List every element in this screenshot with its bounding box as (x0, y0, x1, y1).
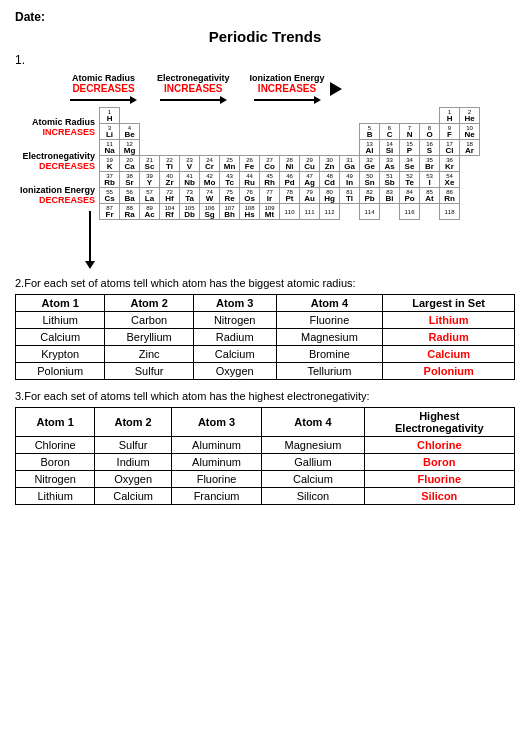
q3-col1-header: Atom 1 (16, 408, 95, 437)
q3-col4-header: Atom 4 (262, 408, 364, 437)
table-row: BoronIndiumAluminumGalliumBoron (16, 454, 515, 471)
table-row: ChlorineSulfurAluminumMagnesiumChlorine (16, 437, 515, 454)
q2-col2-header: Atom 2 (105, 295, 193, 312)
q2-col3-header: Atom 3 (193, 295, 276, 312)
en-left-label: Electronegativity DECREASES (22, 151, 95, 171)
top-trend-arrows: Atomic Radius DECREASES Electronegativit… (70, 73, 515, 104)
table-row: LithiumCalciumFranciumSiliconSilicon (16, 488, 515, 505)
ar-left-label: Atomic Radius INCREASES (32, 117, 95, 137)
periodic-table: 1H 1H 2He 3Li 4Be 5B 6C 7N (99, 107, 480, 220)
question-2: 2.For each set of atoms tell which atom … (15, 277, 515, 380)
q3-col3-header: Atom 3 (171, 408, 261, 437)
table-row: KryptonZincCalciumBromineCalcium (16, 346, 515, 363)
question-2-text: 2.For each set of atoms tell which atom … (15, 277, 515, 289)
question-2-table: Atom 1 Atom 2 Atom 3 Atom 4 Largest in S… (15, 294, 515, 380)
q3-col2-header: Atom 2 (95, 408, 172, 437)
electronegativity-trend: Electronegativity INCREASES (157, 73, 230, 104)
table-row: NitrogenOxygenFluorineCalciumFluorine (16, 471, 515, 488)
section-1-label: 1. (15, 53, 515, 67)
down-arrow (85, 211, 95, 269)
ionization-energy-trend: Ionization Energy INCREASES (250, 73, 325, 104)
question-3-table: Atom 1 Atom 2 Atom 3 Atom 4 HighestElect… (15, 407, 515, 505)
q2-col4-header: Atom 4 (276, 295, 383, 312)
ie-left-label: Ionization Energy DECREASES (20, 185, 95, 205)
atomic-radius-trend: Atomic Radius DECREASES (70, 73, 137, 104)
periodic-table-section: Atomic Radius INCREASES Electronegativit… (20, 107, 515, 269)
question-3: 3.For each set of atoms tell which atom … (15, 390, 515, 505)
question-3-text: 3.For each set of atoms tell which atom … (15, 390, 515, 402)
q2-col1-header: Atom 1 (16, 295, 105, 312)
date-line: Date: (15, 10, 515, 24)
q2-col5-header: Largest in Set (383, 295, 515, 312)
q3-col5-header: HighestElectronegativity (364, 408, 514, 437)
table-row: PoloniumSulfurOxygenTelluriumPolonium (16, 363, 515, 380)
left-trend-labels: Atomic Radius INCREASES Electronegativit… (20, 117, 95, 269)
page-title: Periodic Trends (15, 28, 515, 45)
table-row: CalciumBerylliumRadiumMagnesiumRadium (16, 329, 515, 346)
table-row: LithiumCarbonNitrogenFluorineLithium (16, 312, 515, 329)
